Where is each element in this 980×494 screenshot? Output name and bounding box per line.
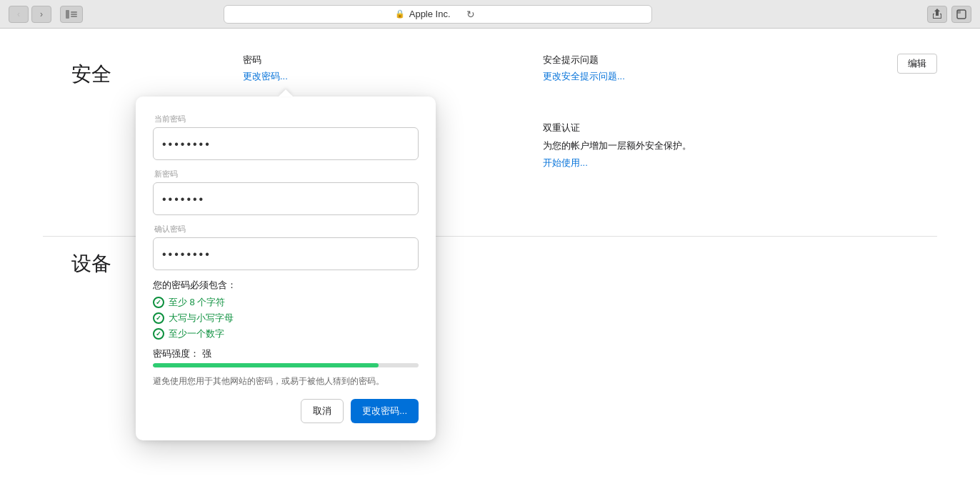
confirm-password-group: 确认密码 ••••••••	[153, 224, 419, 270]
page-content: 安全 密码 更改密码... 安全提示问题 更改安全提示问题... 编辑 双重认证…	[0, 29, 980, 494]
new-password-group: 新密码 •••••••	[153, 169, 419, 215]
svg-rect-3	[71, 16, 77, 17]
strength-value: 强	[202, 348, 211, 359]
svg-rect-2	[71, 14, 77, 15]
password-column: 密码 更改密码...	[243, 54, 288, 83]
two-factor-desc: 为您的帐户增加一层额外安全保护。	[543, 139, 691, 153]
popup-buttons: 取消 更改密码...	[153, 399, 419, 423]
confirm-password-dots: ••••••••	[162, 244, 409, 264]
security-question-label: 安全提示问题	[543, 54, 625, 66]
password-label: 密码	[243, 54, 288, 66]
back-button[interactable]: ‹	[9, 6, 29, 23]
current-password-group: 当前密码 ••••••••	[153, 114, 419, 160]
new-password-placeholder: 新密码	[153, 169, 419, 179]
req-check-3	[153, 328, 164, 340]
strength-bar-fill	[153, 363, 379, 367]
new-tab-icon	[956, 9, 966, 19]
change-password-button[interactable]: 更改密码...	[351, 399, 419, 423]
req-check-1	[153, 297, 164, 308]
security-question-column: 安全提示问题 更改安全提示问题...	[543, 54, 625, 83]
share-icon	[932, 9, 942, 20]
reload-button[interactable]: ↻	[461, 6, 481, 23]
browser-right-buttons	[927, 6, 971, 23]
req-3-text: 至少一个数字	[169, 327, 224, 340]
sidebar-toggle-button[interactable]	[60, 6, 83, 23]
current-password-dots: ••••••••	[162, 134, 409, 154]
share-button[interactable]	[927, 6, 947, 23]
new-tab-button[interactable]	[951, 6, 971, 23]
nav-buttons: ‹ ›	[9, 6, 51, 23]
forward-button[interactable]: ›	[31, 6, 51, 23]
req-mixed-case: 大写与小写字母	[153, 312, 419, 325]
password-requirements: 您的密码必须包含： 至少 8 个字符 大写与小写字母 至少一个数字	[153, 279, 419, 340]
svg-rect-1	[71, 11, 77, 13]
strength-bar-background	[153, 363, 419, 367]
change-password-link[interactable]: 更改密码...	[243, 71, 288, 81]
confirm-password-field[interactable]: ••••••••	[153, 237, 419, 270]
edit-button[interactable]: 编辑	[897, 54, 937, 74]
req-min-chars: 至少 8 个字符	[153, 296, 419, 309]
change-security-question-link[interactable]: 更改安全提示问题...	[543, 71, 625, 81]
password-strength-section: 密码强度： 强	[153, 347, 419, 367]
requirements-title: 您的密码必须包含：	[153, 279, 419, 292]
password-warning: 避免使用您用于其他网站的密码，或易于被他人猜到的密码。	[153, 375, 419, 387]
address-text: Apple Inc.	[409, 9, 451, 19]
confirm-password-placeholder: 确认密码	[153, 224, 419, 234]
strength-label: 密码强度： 强	[153, 347, 419, 360]
two-factor-column: 双重认证 为您的帐户增加一层额外安全保护。 开始使用...	[543, 122, 691, 169]
req-check-2	[153, 312, 164, 324]
security-section-title: 安全	[71, 61, 111, 88]
browser-chrome: ‹ › 🔒 Apple Inc. ↻	[0, 0, 980, 29]
address-bar[interactable]: 🔒 Apple Inc. ↻	[224, 5, 652, 24]
req-number: 至少一个数字	[153, 327, 419, 340]
password-change-popup: 当前密码 •••••••• 新密码 ••••••• 确认密码 •••••••• …	[136, 97, 436, 440]
req-1-text: 至少 8 个字符	[169, 296, 225, 309]
new-password-dots: •••••••	[162, 189, 409, 209]
current-password-placeholder: 当前密码	[153, 114, 419, 124]
new-password-field[interactable]: •••••••	[153, 182, 419, 215]
cancel-button[interactable]: 取消	[301, 399, 344, 423]
sidebar-icon	[66, 10, 77, 19]
current-password-field[interactable]: ••••••••	[153, 127, 419, 160]
two-factor-link[interactable]: 开始使用...	[543, 157, 588, 168]
devices-section-title: 设备	[71, 250, 111, 277]
lock-icon: 🔒	[395, 9, 405, 19]
svg-rect-0	[66, 10, 69, 19]
req-2-text: 大写与小写字母	[169, 312, 234, 325]
svg-rect-5	[957, 10, 961, 14]
two-factor-label: 双重认证	[543, 122, 691, 134]
